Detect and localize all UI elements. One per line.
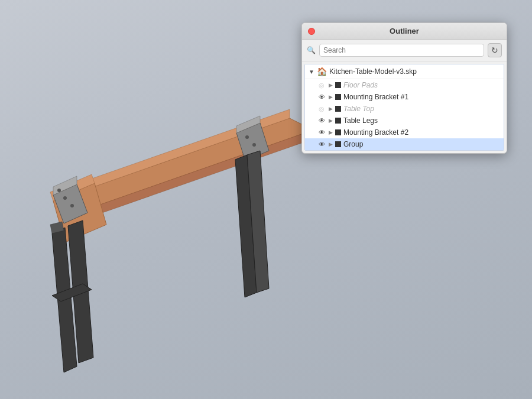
outliner-title: Outliner [390,27,419,35]
tree-root-row[interactable]: ▼ 🏠 Kitchen-Table-Model-v3.skp [305,64,504,79]
chevron-icon-table-legs: ▶ [329,118,333,124]
search-input[interactable] [319,44,484,57]
outliner-tree: ▼ 🏠 Kitchen-Table-Model-v3.skp ◎ ▶ Floor… [304,64,504,151]
color-swatch-mounting-bracket-2 [335,129,341,135]
color-swatch-floor-pads [335,82,341,88]
file-icon: 🏠 [317,67,327,76]
chevron-icon-floor-pads: ▶ [329,82,333,88]
item-label-table-legs: Table Legs [343,116,378,125]
item-label-table-top: Table Top [343,105,374,113]
svg-point-12 [245,135,249,139]
search-icon: 🔍 [307,46,316,54]
svg-point-7 [63,196,67,200]
tree-item-group[interactable]: 👁 ▶ Group [305,138,504,150]
close-button[interactable] [308,28,315,35]
chevron-icon-group: ▶ [329,141,333,147]
item-label-group: Group [343,140,363,148]
svg-point-13 [252,143,256,147]
tree-item-mounting-bracket-2[interactable]: 👁 ▶ Mounting Bracket #2 [305,126,504,138]
outliner-titlebar: Outliner [302,23,507,40]
tree-item-mounting-bracket-1[interactable]: 👁 ▶ Mounting Bracket #1 [305,91,504,103]
search-row: 🔍 ↻ [302,40,507,61]
item-label-floor-pads: Floor Pads [343,81,378,89]
visibility-icon-floor-pads: ◎ [317,82,326,89]
color-swatch-table-legs [335,118,341,124]
chevron-icon-mounting-bracket-1: ▶ [329,94,333,100]
chevron-icon-table-top: ▶ [329,106,333,112]
tree-item-floor-pads[interactable]: ◎ ▶ Floor Pads [305,79,504,91]
outliner-panel: Outliner 🔍 ↻ ▼ 🏠 Kitchen-Table-Model-v3.… [301,22,507,154]
tree-item-table-legs[interactable]: 👁 ▶ Table Legs [305,115,504,126]
visibility-icon-table-legs: 👁 [317,117,326,124]
svg-point-9 [57,189,61,192]
refresh-icon: ↻ [491,46,498,55]
svg-point-8 [70,204,74,207]
color-swatch-group [335,141,341,147]
color-swatch-table-top [335,106,341,112]
visibility-icon-mounting-bracket-2: 👁 [317,129,326,136]
refresh-button[interactable]: ↻ [488,43,502,57]
root-label: Kitchen-Table-Model-v3.skp [329,67,417,76]
item-label-mounting-bracket-2: Mounting Bracket #2 [343,128,408,137]
chevron-icon-mounting-bracket-2: ▶ [329,129,333,135]
item-label-mounting-bracket-1: Mounting Bracket #1 [343,93,408,101]
root-chevron-icon: ▼ [309,69,314,75]
tree-item-table-top[interactable]: ◎ ▶ Table Top [305,103,504,115]
color-swatch-mounting-bracket-1 [335,94,341,100]
visibility-icon-table-top: ◎ [317,105,326,112]
visibility-icon-group: 👁 [317,141,326,148]
visibility-icon-mounting-bracket-1: 👁 [317,93,326,100]
